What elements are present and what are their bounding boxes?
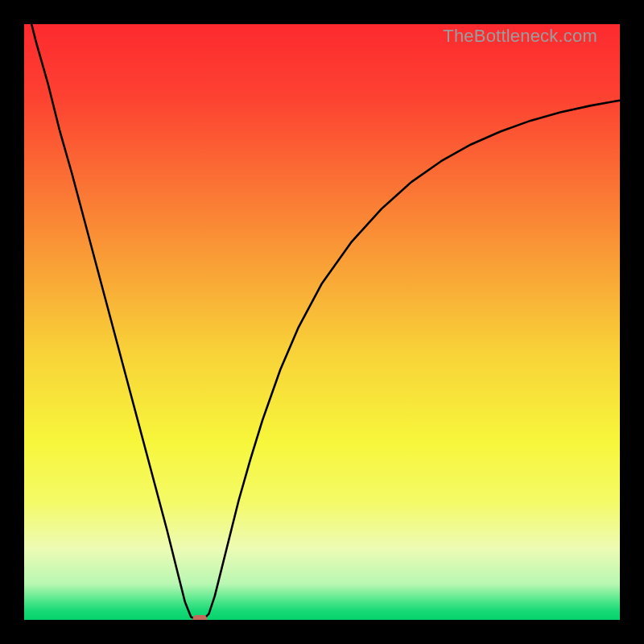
optimal-point-marker <box>192 615 207 620</box>
chart-frame: TheBottleneck.com <box>0 0 644 644</box>
watermark-text: TheBottleneck.com <box>443 26 597 47</box>
gradient-background <box>24 24 620 620</box>
bottleneck-chart <box>24 24 620 620</box>
